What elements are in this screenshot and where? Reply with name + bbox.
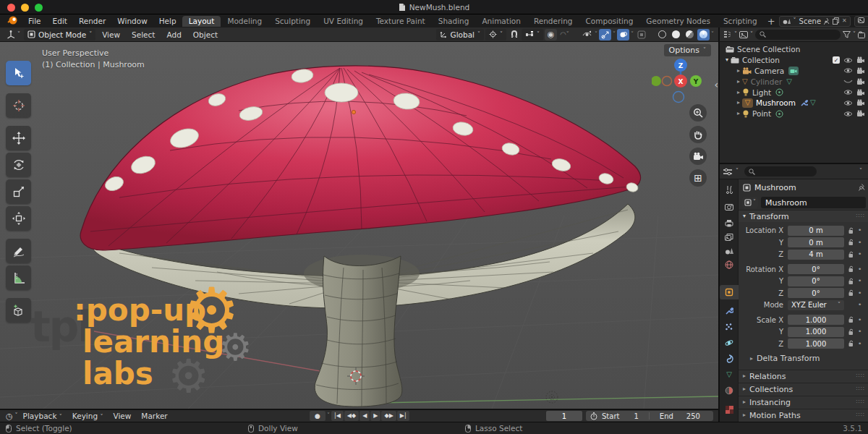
options-button[interactable]: Options [664, 44, 711, 56]
outliner-row-scene-collection[interactable]: Scene Collection [720, 44, 868, 55]
new-collection-icon[interactable] [858, 31, 865, 38]
object-type-dropdown[interactable] [742, 197, 758, 208]
zoom-button[interactable] [689, 104, 707, 122]
transform-panel-header[interactable]: Transform [739, 210, 868, 222]
lock-open-icon[interactable] [848, 289, 854, 297]
workspace-tab-modeling[interactable]: Modeling [221, 16, 268, 27]
camera-disable-icon[interactable] [856, 78, 865, 85]
menu-add[interactable]: Add [161, 30, 186, 39]
jump-to-end-button[interactable] [397, 411, 409, 421]
tab-constraints[interactable] [720, 352, 739, 366]
animate-dot-icon[interactable] [858, 239, 861, 246]
snap-toggle[interactable] [508, 29, 520, 41]
tab-particles[interactable] [720, 320, 739, 334]
outliner-row-light[interactable]: Light [720, 87, 868, 98]
proportional-editing-toggle[interactable] [545, 29, 557, 41]
lock-open-icon[interactable] [848, 278, 854, 285]
rotation-mode-dropdown[interactable]: XYZ Euler [788, 300, 844, 310]
editor-type-dropdown[interactable] [4, 30, 22, 39]
menu-object[interactable]: Object [188, 30, 223, 39]
tool-cursor[interactable] [6, 93, 31, 118]
menu-playback[interactable]: Playback [18, 412, 67, 420]
rotation-z-field[interactable]: 0° [788, 288, 844, 298]
camera-view-button[interactable] [689, 148, 707, 165]
location-z-field[interactable]: 4 m [788, 250, 844, 260]
blender-logo-icon[interactable] [0, 16, 22, 27]
menu-window[interactable]: Window [111, 17, 153, 25]
menu-marker[interactable]: Marker [136, 412, 172, 420]
tab-object-data[interactable] [720, 367, 739, 382]
current-frame-field[interactable]: 1 [546, 411, 582, 421]
panel-grip-icon[interactable] [856, 386, 865, 392]
workspace-tab-compositing[interactable]: Compositing [579, 16, 640, 27]
panel-motion-paths[interactable]: Motion Paths [739, 409, 868, 422]
tab-modifiers[interactable] [720, 304, 739, 318]
properties-editor-icon[interactable] [723, 168, 733, 176]
pan-button[interactable] [689, 126, 707, 143]
menu-render[interactable]: Render [73, 17, 111, 25]
properties-search-input[interactable] [744, 166, 817, 176]
shading-solid-button[interactable] [670, 29, 682, 41]
filter-funnel-icon[interactable] [843, 31, 851, 38]
panel-grip-icon[interactable] [856, 412, 865, 418]
menu-keying[interactable]: Keying [67, 412, 109, 420]
animate-dot-icon[interactable] [858, 227, 861, 234]
camera-disable-icon[interactable] [856, 89, 865, 96]
tool-move[interactable] [6, 126, 31, 150]
expand-arrow-icon[interactable] [737, 90, 740, 95]
tab-scene[interactable] [720, 243, 739, 258]
start-frame-field[interactable]: 1 [634, 412, 638, 420]
tab-render[interactable] [720, 200, 739, 214]
gizmos-toggle[interactable] [599, 29, 611, 41]
scale-y-field[interactable]: 1.000 [788, 327, 844, 337]
workspace-tab-shading[interactable]: Shading [432, 16, 476, 27]
lock-open-icon[interactable] [848, 316, 854, 323]
location-y-field[interactable]: 0 m [788, 237, 844, 247]
lock-open-icon[interactable] [848, 265, 854, 273]
animate-dot-icon[interactable] [858, 251, 861, 258]
collection-checkbox[interactable]: ✓ [833, 56, 840, 64]
play-button[interactable] [370, 411, 380, 421]
expand-arrow-icon[interactable] [737, 68, 740, 74]
workspace-tab-rendering[interactable]: Rendering [527, 16, 579, 27]
animate-dot-icon[interactable] [858, 302, 861, 308]
object-name-field[interactable]: Mushroom [761, 197, 866, 208]
tool-annotate[interactable] [6, 239, 31, 263]
object-visibility-dropdown[interactable] [581, 29, 593, 41]
orthographic-toggle-button[interactable] [689, 169, 707, 187]
outliner-row-cylinder[interactable]: Cylinder [720, 76, 868, 87]
transform-orientation-dropdown[interactable]: Global [436, 29, 485, 41]
navigation-gizmo[interactable]: Z X Y [652, 58, 708, 104]
tab-object[interactable] [720, 285, 739, 299]
eye-icon[interactable] [843, 67, 853, 74]
tool-rotate[interactable] [6, 153, 31, 177]
delta-transform-label[interactable]: Delta Transform [757, 354, 820, 363]
xray-toggle[interactable] [635, 29, 647, 41]
3d-viewport[interactable]: User Perspective (1) Collection | Mushro… [0, 42, 718, 409]
tool-scale[interactable] [6, 179, 31, 204]
lock-open-icon[interactable] [848, 340, 854, 347]
workspace-tab-layout[interactable]: Layout [182, 16, 221, 27]
unlink-scene-icon[interactable] [842, 18, 847, 24]
animate-dot-icon[interactable] [858, 317, 861, 323]
outliner-filter-mode-icon[interactable] [739, 31, 748, 38]
mode-dropdown[interactable]: Object Mode [24, 29, 95, 41]
tab-tool[interactable] [720, 182, 739, 197]
menu-edit[interactable]: Edit [47, 17, 73, 25]
panel-grip-icon[interactable] [856, 399, 865, 405]
tab-output[interactable] [720, 216, 739, 230]
camera-disable-icon[interactable] [856, 99, 865, 106]
tab-world[interactable] [720, 258, 739, 272]
expand-arrow-icon[interactable] [737, 79, 740, 85]
animate-dot-icon[interactable] [858, 328, 861, 335]
lock-open-icon[interactable] [848, 328, 854, 336]
camera-disable-icon[interactable] [856, 56, 865, 64]
tab-physics[interactable] [720, 336, 739, 350]
scale-x-field[interactable]: 1.000 [788, 315, 844, 325]
menu-file[interactable]: File [22, 17, 47, 25]
tab-texture[interactable] [720, 402, 739, 417]
prev-keyframe-button[interactable] [344, 411, 359, 421]
next-keyframe-button[interactable] [381, 411, 396, 421]
workspace-tab-sculpting[interactable]: Sculpting [268, 16, 317, 27]
outliner-row-collection[interactable]: Collection ✓ [720, 55, 868, 66]
